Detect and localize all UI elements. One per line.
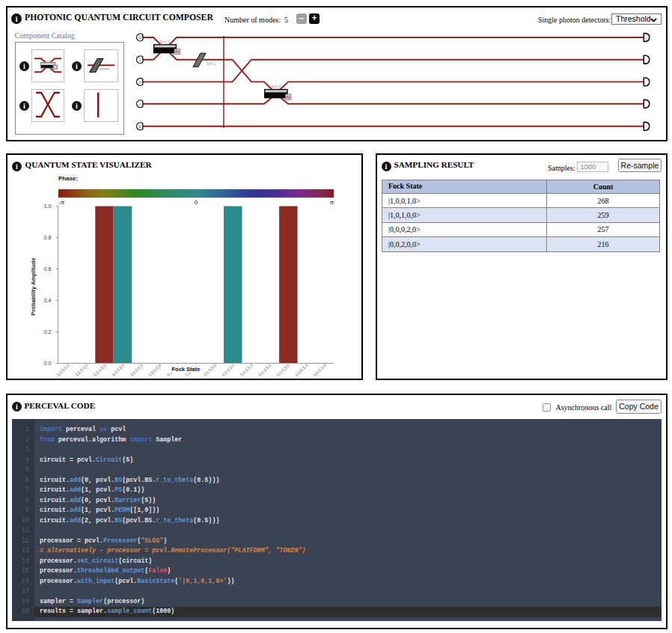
svg-text:1,0,1,0,0: 1,0,1,0,0	[93, 363, 107, 377]
svg-text:0,0,2,0,0: 0,0,2,0,0	[221, 363, 235, 377]
svg-text:1,1,0,0,0: 1,1,0,0,0	[74, 363, 88, 377]
svg-text:0,0,0,1,1: 0,0,0,1,1	[294, 363, 308, 377]
svg-text:0,1,0,0,1: 0,1,0,0,1	[203, 363, 217, 377]
svg-text:0.0: 0.0	[44, 361, 52, 366]
svg-text:0,0,0,2,0: 0,0,0,2,0	[276, 363, 290, 377]
svg-text:π: π	[329, 199, 334, 206]
svg-text:0,0,1,1,0: 0,0,1,1,0	[239, 363, 254, 377]
svg-text:0,0,0,0,2: 0,0,0,0,2	[313, 363, 327, 377]
svg-text:0,0,1,0,1: 0,0,1,0,1	[257, 363, 272, 377]
svg-text:0,2,0,0,0: 0,2,0,0,0	[147, 363, 162, 377]
svg-text:1,0,0,0,1: 1,0,0,0,1	[129, 363, 144, 377]
svg-text:0.2: 0.2	[44, 329, 52, 334]
svg-text:0: 0	[195, 199, 198, 206]
svg-text:0.6: 0.6	[44, 266, 52, 272]
svg-text:Fock State: Fock State	[172, 366, 201, 373]
svg-text:-π: -π	[58, 199, 65, 206]
svg-text:2,0,0,0,0: 2,0,0,0,0	[56, 363, 70, 377]
svg-text:Probability Amplitude: Probability Amplitude	[30, 257, 37, 315]
svg-text:Phase:: Phase:	[58, 175, 78, 182]
svg-text:1,0,0,1,0: 1,0,0,1,0	[111, 363, 125, 377]
svg-text:1.0: 1.0	[44, 204, 52, 209]
svg-text:0.4: 0.4	[44, 298, 52, 303]
svg-text:0.8: 0.8	[44, 235, 52, 240]
